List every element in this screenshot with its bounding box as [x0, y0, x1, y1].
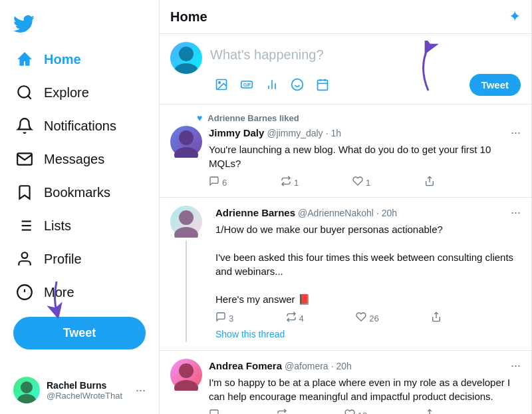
like-action[interactable]: 1: [352, 176, 370, 189]
svg-text:GIF: GIF: [243, 83, 251, 87]
schedule-icon[interactable]: [311, 73, 334, 96]
sidebar-item-more[interactable]: More: [8, 277, 151, 308]
share-icon: [424, 409, 435, 414]
reply-icon: [209, 409, 219, 414]
tweet-options-icon[interactable]: ···: [511, 126, 521, 140]
tweet-actions: 18: [209, 409, 435, 414]
svg-point-8: [22, 252, 28, 258]
sidebar-item-label-bookmarks: Bookmarks: [44, 185, 110, 200]
sidebar-item-bookmarks[interactable]: Bookmarks: [8, 177, 151, 208]
tweet-author-info: Jimmy Daly @jimmy_daly · 1h: [209, 127, 341, 138]
show-thread-link[interactable]: Show this thread: [215, 329, 521, 339]
reply-icon: [209, 176, 219, 189]
more-icon: [16, 284, 33, 301]
profile-options-icon[interactable]: ···: [136, 383, 146, 397]
retweet-action[interactable]: [277, 409, 287, 414]
svg-point-36: [179, 363, 194, 378]
lists-icon: [16, 217, 33, 234]
svg-point-34: [174, 227, 198, 238]
tweet-time: ·: [331, 361, 334, 371]
like-icon: [344, 409, 355, 414]
twitter-logo[interactable]: [8, 5, 151, 43]
share-action[interactable]: [431, 311, 442, 325]
share-action[interactable]: [424, 176, 435, 189]
profile-handle: @RachelWroteThat: [47, 391, 129, 401]
sidebar-item-profile[interactable]: Profile: [8, 244, 151, 274]
tweet-time: ·: [376, 208, 379, 218]
liked-by-text: Adrienne Barnes liked: [207, 113, 299, 123]
tweet-card: ♥ Adrienne Barnes liked Jimmy Daly @jimm…: [160, 104, 531, 198]
svg-point-37: [174, 380, 198, 391]
retweet-action[interactable]: 1: [281, 176, 299, 189]
sidebar-item-messages[interactable]: Messages: [8, 144, 151, 174]
tweet-options-icon[interactable]: ···: [511, 359, 521, 373]
compose-placeholder[interactable]: What's happening?: [210, 42, 521, 73]
compose-avatar: [170, 42, 202, 74]
tweet-time-value: 1h: [331, 128, 342, 138]
gif-icon[interactable]: GIF: [235, 73, 258, 96]
avatar: [170, 126, 202, 158]
tweet-feed: ♥ Adrienne Barnes liked Jimmy Daly @jimm…: [160, 104, 531, 414]
sidebar-profile[interactable]: Rachel Burns @RachelWroteThat ···: [8, 371, 151, 409]
tweet-author: Jimmy Daly: [209, 127, 264, 138]
sparkle-icon[interactable]: ✦: [509, 8, 521, 25]
share-icon: [424, 176, 435, 189]
like-count: 1: [366, 178, 370, 188]
page-title: Home: [170, 9, 207, 25]
reply-action[interactable]: 3: [215, 311, 233, 325]
tweet-text: I'm so happy to be at a place where even…: [209, 375, 521, 403]
like-icon: [356, 311, 366, 325]
tweet-author: Andrea Fomera: [209, 360, 282, 371]
main-content: Home ✦ What's happening? GIF: [160, 0, 532, 414]
tweet-content: Andrea Fomera @afomera · 20h ··· I'm so …: [209, 359, 521, 414]
tweet-content: Adrienne Barnes @AdrienneNakohl · 20h ··…: [215, 206, 521, 342]
sidebar-item-notifications[interactable]: Notifications: [8, 110, 151, 141]
tweet-liked-by: ♥ Adrienne Barnes liked: [197, 112, 521, 123]
avatar: [13, 377, 40, 403]
tweet-main: Adrienne Barnes @AdrienneNakohl · 20h ··…: [170, 206, 521, 342]
sidebar-item-label-more: More: [44, 285, 74, 300]
sidebar-item-label-explore: Explore: [44, 85, 89, 101]
sidebar-item-label-messages: Messages: [44, 152, 104, 167]
share-action[interactable]: [424, 409, 435, 414]
svg-point-17: [219, 82, 221, 84]
tweet-card: Adrienne Barnes @AdrienneNakohl · 20h ··…: [160, 198, 531, 351]
retweet-count: 1: [294, 178, 299, 188]
retweet-count: 4: [299, 313, 304, 323]
compose-right: What's happening? GIF: [210, 42, 521, 96]
tweet-author-info: Adrienne Barnes @AdrienneNakohl · 20h: [215, 207, 397, 218]
like-action[interactable]: 26: [356, 311, 378, 325]
explore-icon: [16, 84, 33, 101]
retweet-icon: [286, 311, 297, 325]
reply-action[interactable]: 6: [209, 176, 227, 189]
poll-icon[interactable]: [261, 73, 283, 96]
compose-icons: GIF: [210, 73, 334, 96]
sidebar-item-explore[interactable]: Explore: [8, 77, 151, 108]
svg-point-12: [21, 381, 33, 393]
sidebar-item-label-home: Home: [44, 52, 81, 67]
svg-rect-26: [318, 80, 328, 90]
svg-point-14: [179, 47, 194, 61]
like-count: 26: [369, 313, 378, 323]
tweet-submit-button[interactable]: Tweet: [469, 74, 521, 96]
retweet-action[interactable]: 4: [286, 311, 304, 325]
reply-action[interactable]: [209, 409, 219, 414]
sidebar-item-label-notifications: Notifications: [44, 118, 116, 134]
emoji-icon[interactable]: [286, 73, 309, 96]
profile-name: Rachel Burns: [47, 380, 129, 391]
like-count: 18: [358, 411, 367, 415]
tweet-card: Andrea Fomera @afomera · 20h ··· I'm so …: [160, 351, 531, 414]
svg-point-23: [292, 79, 303, 91]
svg-point-15: [174, 63, 198, 74]
tweet-handle: @afomera: [285, 361, 329, 371]
tweet-handle: @AdrienneNakohl: [298, 208, 374, 218]
tweet-actions: 6 1 1: [209, 176, 435, 189]
tweet-options-icon[interactable]: ···: [511, 206, 521, 220]
like-action[interactable]: 18: [344, 409, 367, 414]
svg-point-13: [17, 394, 36, 403]
sidebar-item-lists[interactable]: Lists: [8, 210, 151, 241]
tweet-button[interactable]: Tweet: [13, 317, 146, 349]
image-icon[interactable]: [210, 73, 233, 96]
sidebar-item-home[interactable]: Home: [8, 44, 151, 75]
tweet-header: Adrienne Barnes @AdrienneNakohl · 20h ··…: [215, 206, 521, 220]
